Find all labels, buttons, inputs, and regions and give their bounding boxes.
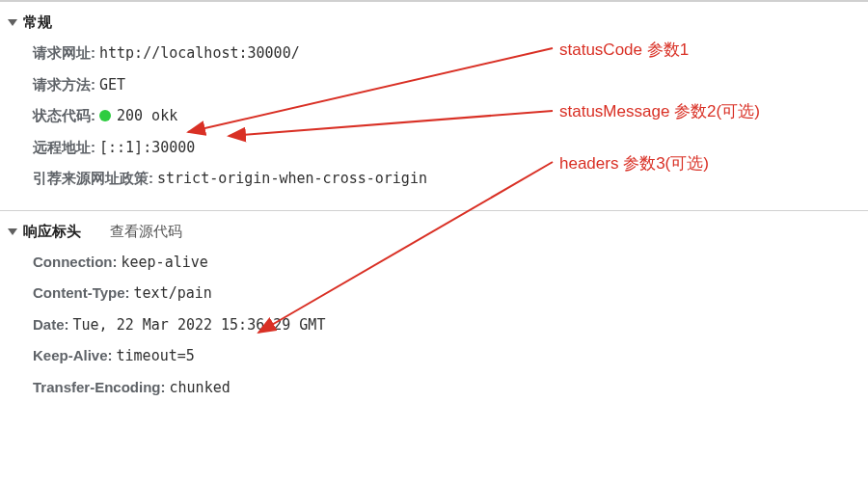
keep-alive-row: Keep-Alive: timeout=5 xyxy=(33,340,868,372)
disclosure-triangle-icon xyxy=(8,19,17,26)
date-row: Date: Tue, 22 Mar 2022 15:36:29 GMT xyxy=(33,309,868,341)
request-method-value: GET xyxy=(99,74,125,96)
request-method-row: 请求方法: GET xyxy=(33,69,868,101)
keep-alive-value: timeout=5 xyxy=(117,345,195,367)
request-url-label: 请求网址: xyxy=(33,42,95,65)
remote-address-row: 远程地址: [::1]:30000 xyxy=(33,132,868,164)
transfer-encoding-value: chunked xyxy=(170,377,231,399)
remote-address-label: 远程地址: xyxy=(33,137,95,159)
referrer-policy-label: 引荐来源网址政策: xyxy=(33,168,153,190)
date-label: Date: xyxy=(33,314,69,336)
active-tab-indicator xyxy=(33,0,91,2)
connection-row: Connection: keep-alive xyxy=(33,247,868,279)
referrer-policy-value: strict-origin-when-cross-origin xyxy=(157,168,427,190)
response-headers-section: 响应标头 查看源代码 Connection: keep-alive Conten… xyxy=(0,211,868,414)
request-url-value: http://localhost:30000/ xyxy=(99,42,300,65)
transfer-encoding-row: Transfer-Encoding: chunked xyxy=(33,372,868,404)
request-url-row: 请求网址: http://localhost:30000/ xyxy=(33,38,868,69)
connection-value: keep-alive xyxy=(122,252,208,274)
general-section-body: 请求网址: http://localhost:30000/ 请求方法: GET … xyxy=(0,36,868,204)
status-code-row: 状态代码: 200 okk xyxy=(33,100,868,132)
status-code-value: 200 okk xyxy=(99,105,177,127)
content-type-value: text/pain xyxy=(134,282,212,305)
status-dot-icon xyxy=(99,110,111,121)
general-section-header[interactable]: 常规 xyxy=(0,10,868,36)
content-type-row: Content-Type: text/pain xyxy=(33,278,868,309)
response-headers-section-header[interactable]: 响应标头 查看源代码 xyxy=(0,219,868,245)
status-code-label: 状态代码: xyxy=(33,105,95,127)
keep-alive-label: Keep-Alive: xyxy=(33,345,113,367)
content-type-label: Content-Type: xyxy=(33,282,130,305)
status-code-text: 200 okk xyxy=(117,107,177,124)
transfer-encoding-label: Transfer-Encoding: xyxy=(33,377,166,399)
request-method-label: 请求方法: xyxy=(33,74,95,96)
referrer-policy-row: 引荐来源网址政策: strict-origin-when-cross-origi… xyxy=(33,163,868,195)
general-section-title: 常规 xyxy=(23,13,52,32)
connection-label: Connection: xyxy=(33,252,118,274)
general-section: 常规 请求网址: http://localhost:30000/ 请求方法: G… xyxy=(0,2,868,204)
view-source-link[interactable]: 查看源代码 xyxy=(110,223,182,241)
response-headers-title: 响应标头 xyxy=(23,223,81,241)
date-value: Tue, 22 Mar 2022 15:36:29 GMT xyxy=(73,314,326,336)
remote-address-value: [::1]:30000 xyxy=(99,137,195,159)
disclosure-triangle-icon xyxy=(8,228,17,235)
response-headers-body: Connection: keep-alive Content-Type: tex… xyxy=(0,245,868,414)
